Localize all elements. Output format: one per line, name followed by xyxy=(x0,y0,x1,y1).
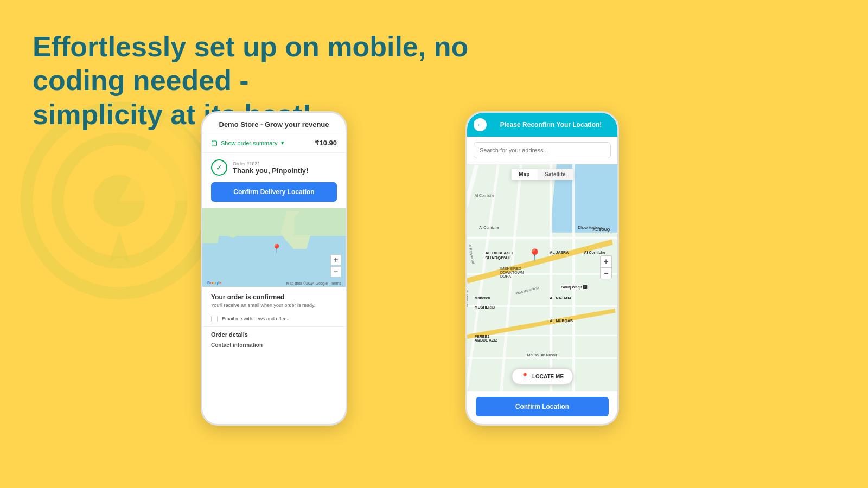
al-bida-label: AL BIDA ASHSHARQIYAH xyxy=(485,251,513,260)
p1-zoom-plus[interactable]: + xyxy=(330,254,341,265)
al-jasra-label: AL JASRA xyxy=(550,251,569,254)
p2-zoom-minus[interactable]: − xyxy=(600,267,612,279)
p1-order-summary-label: Show order summary xyxy=(221,140,278,146)
p2-tab-map[interactable]: Map xyxy=(511,169,537,180)
al-diwan-label: Al Diwan St xyxy=(467,303,469,307)
p1-order-confirmed-row: ✓ Order #1031 Thank you, Pinpointly! xyxy=(202,153,346,182)
al-corniche-label: Al Corniche xyxy=(479,226,499,229)
phone-mockup-2: ← Please Reconfirm Your Location! xyxy=(465,111,619,426)
p1-email-label: Email me with news and offers xyxy=(222,316,288,322)
p2-map-tabs: Map Satellite xyxy=(511,169,573,180)
p1-confirmed-title: Your order is confirmed xyxy=(211,293,337,301)
cart-icon xyxy=(211,140,218,146)
al-corniche-rd2: Al Corniche xyxy=(475,194,494,197)
mousa-bin-nusair-label: Mousa Bin Nusair xyxy=(527,353,557,357)
p1-check-icon: ✓ xyxy=(211,159,227,176)
p2-locate-me-label: LOCATE ME xyxy=(532,374,564,380)
p1-order-summary-left: Show order summary ▾ xyxy=(211,139,284,146)
al-corniche-rd-label: Al Corniche xyxy=(584,251,605,254)
imsheired-label: IMSHEIREDDOWNTOWNDOHA xyxy=(500,267,524,278)
p1-confirmed-section: Your order is confirmed You'll receive a… xyxy=(202,287,346,311)
souq-waqif-label: Souq Waqif 🅿 xyxy=(560,285,588,290)
p1-store-name: Demo Store - Grow your revenue xyxy=(202,113,346,133)
p1-map-copyright: Map data ©2024 Google Terms xyxy=(286,281,341,285)
p1-order-summary-row: Show order summary ▾ ₹10.90 xyxy=(202,133,346,153)
mshereb-label: Mshereb xyxy=(475,296,490,300)
p2-tab-satellite[interactable]: Satellite xyxy=(537,169,573,180)
fereej-label: FEREEJABDUL AZIZ xyxy=(475,335,497,342)
p1-email-checkbox[interactable] xyxy=(211,316,218,322)
p2-header: ← Please Reconfirm Your Location! xyxy=(467,113,617,137)
al-souq-label: AL SOUQ xyxy=(592,228,610,232)
phone-mockup-1: Demo Store - Grow your revenue Show orde… xyxy=(201,111,347,426)
p2-search-input[interactable] xyxy=(474,142,611,158)
al-najada-label: AL NAJADA xyxy=(550,296,571,300)
p2-zoom-controls: + − xyxy=(600,255,612,279)
p1-order-details-label: Order details xyxy=(202,326,346,340)
p2-map-marker: 📍 xyxy=(527,248,542,262)
p1-price: ₹10.90 xyxy=(315,139,337,147)
p2-search-bar xyxy=(467,137,617,164)
p2-confirm-location-button[interactable]: Confirm Location xyxy=(476,397,609,416)
p1-map-marker: 📍 xyxy=(271,243,282,254)
p1-confirm-delivery-button[interactable]: Confirm Delivery Location xyxy=(211,182,337,202)
p1-email-row: Email me with news and offers xyxy=(202,311,346,326)
p2-header-title: Please Reconfirm Your Location! xyxy=(491,121,611,129)
p2-confirm-btn-container: Confirm Location xyxy=(467,391,617,424)
p2-map: Al Corniche Dhow Harbour AL BIDA ASHSHAR… xyxy=(467,164,617,391)
musherib-label: MUSHERIB xyxy=(475,305,495,309)
locate-me-icon: 📍 xyxy=(521,373,529,380)
p2-locate-me-button[interactable]: 📍 LOCATE ME xyxy=(511,368,573,385)
p2-back-button[interactable]: ← xyxy=(474,118,487,131)
p1-zoom-minus[interactable]: − xyxy=(330,266,341,277)
p2-zoom-plus[interactable]: + xyxy=(600,255,612,267)
p1-google-logo: Google xyxy=(207,280,222,285)
p1-chevron-icon: ▾ xyxy=(281,139,284,146)
p1-map: 📍 + − Google Map data ©2024 Google Terms xyxy=(202,208,346,287)
p1-confirmed-sub: You'll receive an email when your order … xyxy=(211,303,337,308)
p1-order-text: Order #1031 Thank you, Pinpointly! xyxy=(233,161,308,175)
p1-thank-you: Thank you, Pinpointly! xyxy=(233,166,308,175)
p1-contact-info-label: Contact information xyxy=(202,340,346,350)
p1-order-number: Order #1031 xyxy=(233,161,308,166)
al-murqab-label: AL MURQAB xyxy=(550,319,573,323)
